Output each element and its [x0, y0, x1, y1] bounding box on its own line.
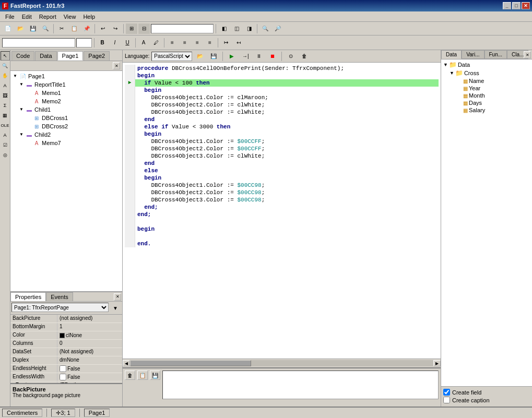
props-dropdown-btn[interactable]: ▼	[110, 303, 121, 313]
code-editor[interactable]: procedure DBCross4Cell0OnBeforePrint(Sen…	[123, 63, 441, 359]
expand-child2[interactable]: ▼	[19, 132, 24, 137]
snap-button[interactable]: ⊟	[138, 23, 150, 34]
tab-properties[interactable]: Properties	[10, 292, 46, 301]
tree-node-memo2[interactable]: A Memo2	[11, 97, 121, 105]
copy-button[interactable]: 📋	[68, 23, 80, 34]
right-tree-salary[interactable]: ▦ Salary	[442, 106, 531, 114]
msg-copy-btn[interactable]: 📋	[137, 371, 148, 380]
align-center-btn[interactable]: ◫	[231, 23, 242, 34]
bold-button[interactable]: B	[97, 38, 108, 48]
align-text-right[interactable]: ≡	[192, 38, 203, 48]
tab-data[interactable]: Data	[35, 51, 56, 61]
label-tool[interactable]: A	[1, 130, 10, 140]
save-button[interactable]: 💾	[27, 23, 39, 34]
zoom-in-btn[interactable]: 🔍	[259, 23, 271, 34]
right-tab-vari[interactable]: Vari...	[462, 50, 484, 59]
scroll-right-btn[interactable]: ▶	[433, 360, 441, 366]
font-name[interactable]	[2, 38, 75, 47]
script-bp-btn[interactable]: ⊙	[285, 51, 297, 62]
tree-node-dbcross2[interactable]: ⊞ DBCross2	[11, 122, 121, 130]
prop-dataset[interactable]: DataSet (Not assigned)	[10, 348, 122, 356]
object-select[interactable]	[151, 24, 214, 33]
tree-node-memo7[interactable]: A Memo7	[11, 139, 121, 147]
tab-events[interactable]: Events	[46, 292, 73, 301]
create-caption-checkbox[interactable]	[443, 397, 450, 403]
menu-report[interactable]: Report	[36, 13, 60, 21]
hand-tool[interactable]: ✋	[1, 71, 10, 80]
redo-button[interactable]: ↪	[110, 23, 121, 34]
grid-button[interactable]: ⊞	[126, 23, 137, 34]
right-tree-cross[interactable]: ▼ 📁 Cross	[442, 69, 531, 77]
msg-save-btn[interactable]: 💾	[150, 371, 160, 380]
script-stop-btn[interactable]: ⏹	[267, 51, 278, 62]
maximize-button[interactable]: □	[512, 2, 521, 9]
barcode-tool[interactable]: ◎	[1, 150, 10, 160]
expand-page1[interactable]: ▼	[13, 74, 18, 79]
script-clear-btn[interactable]: 🗑	[299, 51, 310, 62]
open-button[interactable]: 📂	[15, 23, 26, 34]
menu-file[interactable]: File	[2, 13, 18, 21]
language-select[interactable]: PascalScript	[151, 52, 192, 61]
right-tree-days[interactable]: ▦ Days	[442, 99, 531, 106]
select-tool[interactable]: ↖	[1, 51, 10, 61]
menu-edit[interactable]: Edit	[19, 13, 35, 21]
props-object-select[interactable]: Page1: TfrxReportPage	[11, 303, 109, 312]
right-tree-year[interactable]: ▦ Year	[442, 85, 531, 92]
code-hscrollbar[interactable]: ◀ ▶	[123, 359, 441, 367]
message-area[interactable]	[162, 371, 439, 399]
tree-node-reporttitle1[interactable]: ▼ ▬ ReportTitle1	[11, 80, 121, 89]
expand-reporttitle1[interactable]: ▼	[19, 82, 24, 87]
underline-button[interactable]: U	[122, 38, 133, 48]
script-run-btn[interactable]: ▶	[226, 51, 238, 62]
justify-text[interactable]: ≡	[204, 38, 216, 48]
endless-height-checkbox[interactable]	[60, 365, 66, 372]
menu-view[interactable]: View	[61, 13, 79, 21]
props-close-button[interactable]: ✕	[114, 293, 121, 301]
new-button[interactable]: 📄	[2, 23, 14, 34]
tree-node-dbcross1[interactable]: ⊞ DBCross1	[11, 114, 121, 122]
align-left-btn[interactable]: ◧	[218, 23, 230, 34]
zoom-out-btn[interactable]: 🔎	[272, 23, 283, 34]
scroll-thumb[interactable]	[130, 360, 251, 366]
tab-code[interactable]: Code	[11, 51, 34, 61]
script-save-btn[interactable]: 💾	[208, 51, 219, 62]
prop-endlessheight[interactable]: EndlessHeight False	[10, 365, 122, 373]
tree-node-memo1[interactable]: A Memo1	[11, 89, 121, 97]
tree-close-button[interactable]: ✕	[113, 62, 120, 69]
paste-button[interactable]: 📌	[81, 23, 92, 34]
close-button[interactable]: ✕	[522, 2, 530, 9]
expand-child1[interactable]: ▼	[19, 107, 24, 112]
sum-tool[interactable]: Σ	[1, 101, 10, 110]
script-open-btn[interactable]: 📂	[194, 51, 206, 62]
right-panel-close[interactable]: ✕	[524, 51, 531, 58]
right-tab-fun[interactable]: Fun...	[484, 50, 507, 59]
prop-color[interactable]: Color clNone	[10, 331, 122, 340]
expand-memo2[interactable]	[26, 99, 31, 104]
scroll-left-btn[interactable]: ◀	[123, 360, 130, 366]
highlight-btn[interactable]: 🖊	[150, 38, 162, 48]
msg-clear-btn[interactable]: 🗑	[125, 371, 135, 380]
script-step-btn[interactable]: →|	[240, 51, 251, 62]
ole-tool[interactable]: OLE	[1, 121, 10, 130]
expand-memo1[interactable]	[26, 90, 31, 95]
tree-node-child2[interactable]: ▼ ▬ Child2	[11, 130, 121, 139]
outdent-btn[interactable]: ↤	[233, 38, 244, 48]
create-field-checkbox[interactable]	[443, 389, 450, 396]
prop-backpicture[interactable]: BackPicture (not assigned)	[10, 315, 122, 323]
tab-page2[interactable]: Page2	[84, 51, 110, 61]
undo-button[interactable]: ↩	[97, 23, 109, 34]
prop-columns[interactable]: Columns 0	[10, 340, 122, 348]
align-text-left[interactable]: ≡	[167, 38, 178, 48]
right-tree-month[interactable]: ▦ Month	[442, 92, 531, 99]
tree-node-child1[interactable]: ▼ ▬ Child1	[11, 105, 121, 114]
minimize-button[interactable]: _	[503, 2, 511, 9]
text-color-btn[interactable]: A	[138, 38, 149, 48]
indent-btn[interactable]: ↦	[220, 38, 232, 48]
cut-button[interactable]: ✂	[56, 23, 67, 34]
menu-help[interactable]: Help	[80, 13, 98, 21]
prop-bottommargin[interactable]: BottomMargin 1	[10, 323, 122, 331]
right-tree-data-root[interactable]: ▼ 📁 Data	[442, 61, 531, 69]
titlebar-controls[interactable]: _ □ ✕	[503, 2, 530, 9]
check-tool[interactable]: ☑	[1, 140, 10, 150]
right-tree-name[interactable]: ▦ Name	[442, 77, 531, 85]
